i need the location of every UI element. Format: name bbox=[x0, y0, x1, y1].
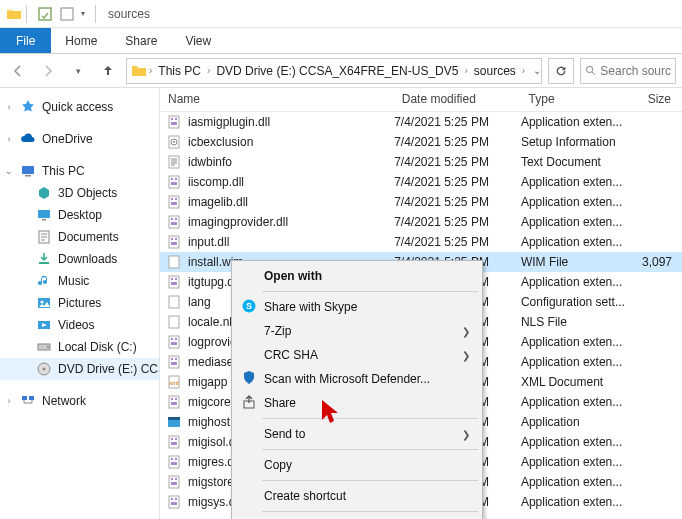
svg-rect-39 bbox=[171, 242, 177, 245]
nav-item-downloads[interactable]: Downloads bbox=[0, 248, 159, 270]
nav-item-music[interactable]: Music bbox=[0, 270, 159, 292]
chevron-down-icon[interactable]: ⌄ bbox=[4, 166, 14, 176]
chevron-right-icon[interactable]: › bbox=[149, 65, 152, 76]
file-icon bbox=[166, 434, 182, 450]
nav-item-pictures[interactable]: Pictures bbox=[0, 292, 159, 314]
svg-rect-35 bbox=[171, 222, 177, 225]
address-row: ▾ › This PC › DVD Drive (E:) CCSA_X64FRE… bbox=[0, 54, 682, 88]
column-name[interactable]: Name bbox=[160, 88, 394, 111]
nav-recent-dropdown[interactable]: ▾ bbox=[66, 59, 90, 83]
svg-point-33 bbox=[175, 198, 177, 200]
chevron-right-icon[interactable]: › bbox=[464, 65, 467, 76]
breadcrumb-drive[interactable]: DVD Drive (E:) CCSA_X64FRE_EN-US_DV5 bbox=[212, 64, 462, 78]
ctx-create-shortcut[interactable]: Create shortcut bbox=[234, 484, 480, 508]
file-type: Application bbox=[521, 415, 633, 429]
chevron-right-icon[interactable]: › bbox=[4, 102, 14, 112]
chevron-right-icon[interactable]: › bbox=[207, 65, 210, 76]
refresh-button[interactable] bbox=[548, 58, 574, 84]
file-row[interactable]: iiscomp.dll7/4/2021 5:25 PMApplication e… bbox=[160, 172, 682, 192]
file-name: iasmigplugin.dll bbox=[188, 115, 270, 129]
svg-rect-6 bbox=[42, 219, 46, 221]
file-row[interactable]: input.dll7/4/2021 5:25 PMApplication ext… bbox=[160, 232, 682, 252]
file-icon bbox=[166, 294, 182, 310]
nav-network[interactable]: › Network bbox=[0, 390, 159, 412]
file-name: iiscomp.dll bbox=[188, 175, 244, 189]
ctx-crc-sha[interactable]: CRC SHA❯ bbox=[234, 343, 480, 367]
file-type: Application exten... bbox=[521, 435, 633, 449]
breadcrumb-thispc[interactable]: This PC bbox=[154, 64, 205, 78]
file-icon bbox=[166, 174, 182, 190]
ctx-share-skype[interactable]: S Share with Skype bbox=[234, 295, 480, 319]
qat-newfolder-icon[interactable] bbox=[59, 6, 75, 22]
nav-item-3d-objects[interactable]: 3D Objects bbox=[0, 182, 159, 204]
file-icon bbox=[166, 474, 182, 490]
pc-icon bbox=[20, 163, 36, 179]
shield-icon bbox=[240, 370, 258, 389]
tab-view[interactable]: View bbox=[171, 28, 225, 53]
file-date: 7/4/2021 5:25 PM bbox=[394, 155, 521, 169]
nav-label: Quick access bbox=[42, 100, 113, 114]
file-name: idwbinfo bbox=[188, 155, 232, 169]
svg-rect-70 bbox=[171, 462, 177, 465]
column-type[interactable]: Type bbox=[521, 88, 633, 111]
nav-up-button[interactable] bbox=[96, 59, 120, 83]
nav-back-button[interactable] bbox=[6, 59, 30, 83]
nav-item-icon bbox=[36, 295, 52, 311]
nav-item-dvd-drive-e-ccsa[interactable]: DVD Drive (E:) CCSA bbox=[0, 358, 159, 380]
nav-item-documents[interactable]: Documents bbox=[0, 226, 159, 248]
nav-item-desktop[interactable]: Desktop bbox=[0, 204, 159, 226]
ctx-properties[interactable]: Properties bbox=[234, 515, 480, 519]
chevron-right-icon[interactable]: › bbox=[4, 134, 14, 144]
qat-dropdown-icon[interactable]: ▾ bbox=[81, 9, 85, 18]
svg-rect-47 bbox=[169, 296, 179, 308]
nav-item-icon bbox=[36, 251, 52, 267]
chevron-right-icon[interactable]: › bbox=[522, 65, 525, 76]
nav-thispc[interactable]: ⌄ This PC bbox=[0, 160, 159, 182]
tab-home[interactable]: Home bbox=[51, 28, 111, 53]
nav-quick-access[interactable]: › Quick access bbox=[0, 96, 159, 118]
svg-point-76 bbox=[175, 478, 177, 480]
file-type: Application exten... bbox=[521, 115, 633, 129]
svg-point-68 bbox=[175, 438, 177, 440]
column-size[interactable]: Size bbox=[633, 88, 682, 111]
file-row[interactable]: imagingprovider.dll7/4/2021 5:25 PMAppli… bbox=[160, 212, 682, 232]
file-date: 7/4/2021 5:25 PM bbox=[394, 115, 521, 129]
svg-point-13 bbox=[47, 346, 49, 348]
search-box[interactable]: Search sourc bbox=[580, 58, 676, 84]
file-name: imagelib.dll bbox=[188, 195, 248, 209]
tab-file[interactable]: File bbox=[0, 28, 51, 53]
file-row[interactable]: icbexclusion7/4/2021 5:25 PMSetup Inform… bbox=[160, 132, 682, 152]
ctx-share[interactable]: Share bbox=[234, 391, 480, 415]
nav-item-videos[interactable]: Videos bbox=[0, 314, 159, 336]
file-date: 7/4/2021 5:25 PM bbox=[394, 175, 521, 189]
nav-item-local-disk-c-[interactable]: Local Disk (C:) bbox=[0, 336, 159, 358]
file-row[interactable]: iasmigplugin.dll7/4/2021 5:25 PMApplicat… bbox=[160, 112, 682, 132]
ctx-send-to[interactable]: Send to❯ bbox=[234, 422, 480, 446]
column-date[interactable]: Date modified bbox=[394, 88, 521, 111]
file-row[interactable]: imagelib.dll7/4/2021 5:25 PMApplication … bbox=[160, 192, 682, 212]
svg-point-40 bbox=[171, 238, 173, 240]
nav-onedrive[interactable]: › OneDrive bbox=[0, 128, 159, 150]
nav-forward-button[interactable] bbox=[36, 59, 60, 83]
file-icon bbox=[166, 494, 182, 510]
svg-point-67 bbox=[171, 438, 173, 440]
file-row[interactable]: idwbinfo7/4/2021 5:25 PMText Document bbox=[160, 152, 682, 172]
file-icon bbox=[166, 234, 182, 250]
svg-rect-44 bbox=[171, 282, 177, 285]
svg-point-79 bbox=[171, 498, 173, 500]
ctx-open-with[interactable]: Open with bbox=[234, 264, 480, 288]
chevron-right-icon[interactable]: › bbox=[4, 396, 14, 406]
file-type: Application exten... bbox=[521, 335, 633, 349]
address-dropdown-icon[interactable]: ⌄ bbox=[529, 65, 542, 76]
file-type: Configuration sett... bbox=[521, 295, 633, 309]
svg-rect-60 bbox=[171, 402, 177, 405]
address-bar[interactable]: › This PC › DVD Drive (E:) CCSA_X64FRE_E… bbox=[126, 58, 542, 84]
ctx-copy[interactable]: Copy bbox=[234, 453, 480, 477]
ctx-defender[interactable]: Scan with Microsoft Defender... bbox=[234, 367, 480, 391]
qat-properties-icon[interactable] bbox=[37, 6, 53, 22]
ctx-7zip[interactable]: 7-Zip❯ bbox=[234, 319, 480, 343]
file-type: Application exten... bbox=[521, 215, 633, 229]
tab-share[interactable]: Share bbox=[111, 28, 171, 53]
nav-item-icon bbox=[36, 317, 52, 333]
breadcrumb-folder[interactable]: sources bbox=[470, 64, 520, 78]
